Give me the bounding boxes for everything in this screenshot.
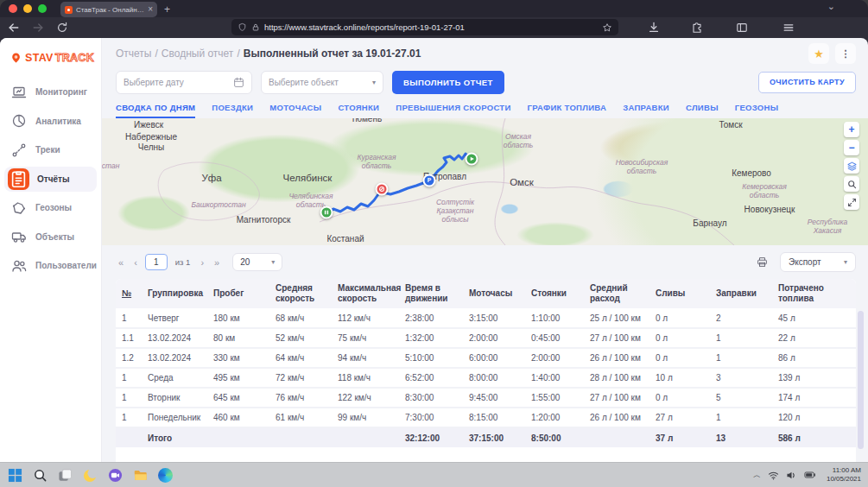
- table-cell: 8:50:00: [525, 427, 584, 447]
- column-header[interactable]: №: [116, 279, 142, 308]
- route-marker-play[interactable]: [466, 153, 478, 166]
- pagination-first-icon[interactable]: «: [116, 257, 126, 268]
- column-header[interactable]: Моточасы: [463, 279, 525, 308]
- run-report-button[interactable]: ВЫПОЛНИТЬ ОТЧЕТ: [392, 71, 504, 94]
- screen: СтавТрак - Онлайн мониторинг × + ⌄: [0, 0, 868, 487]
- table-cell: 13.02.2024: [142, 348, 207, 368]
- map[interactable]: ТюменьИжевскНабережные ЧелныстанУфаБашко…: [102, 118, 868, 245]
- column-header[interactable]: Сливы: [649, 279, 710, 308]
- close-window-button[interactable]: [9, 4, 17, 13]
- forward-button[interactable]: [31, 21, 45, 35]
- browser-tab[interactable]: СтавТрак - Онлайн мониторинг ×: [60, 2, 157, 17]
- route-marker-parking[interactable]: P: [423, 174, 436, 187]
- moon-app-button[interactable]: [82, 467, 98, 484]
- tab-сводка-по-дням[interactable]: СВОДКА ПО ДНЯМ: [116, 103, 195, 118]
- maximize-window-button[interactable]: [38, 4, 47, 13]
- volume-icon[interactable]: [786, 471, 797, 480]
- tab-геозоны[interactable]: ГЕОЗОНЫ: [735, 103, 779, 118]
- route-marker-pause[interactable]: [320, 206, 333, 219]
- bookmark-star-icon[interactable]: [602, 22, 612, 33]
- column-header[interactable]: Группировка: [142, 279, 207, 308]
- tab-превышения-скорости[interactable]: ПРЕВЫШЕНИЯ СКОРОСТИ: [396, 103, 510, 118]
- tab-график-топлива[interactable]: ГРАФИК ТОПЛИВА: [528, 103, 607, 118]
- column-header[interactable]: Стоянки: [525, 279, 584, 308]
- table-cell: Вторник: [142, 388, 207, 408]
- tray-chevron-up-icon[interactable]: ︿: [753, 470, 761, 481]
- pagination-next-icon[interactable]: ›: [198, 257, 206, 268]
- page-number-input[interactable]: 1: [145, 254, 168, 270]
- table-row[interactable]: 1Понедельник460 км61 км/ч99 км/ч7:30:008…: [116, 408, 856, 427]
- sidebar-item-users[interactable]: Пользователи: [4, 253, 97, 278]
- caret-down-icon: ▾: [271, 258, 275, 266]
- sidebar-item-reports[interactable]: Отчёты: [4, 167, 97, 192]
- map-controls: +−: [844, 122, 859, 210]
- page-size-select[interactable]: 20 ▾: [232, 253, 282, 271]
- breadcrumb-summary[interactable]: Сводный отчет: [162, 47, 234, 60]
- column-header[interactable]: Потрачено топлива: [772, 279, 856, 308]
- object-select[interactable]: Выберите объект ▾: [261, 71, 383, 94]
- minimize-window-button[interactable]: [23, 4, 32, 13]
- route-marker-drain[interactable]: [376, 183, 389, 196]
- map-zoom-out-button[interactable]: −: [844, 140, 859, 155]
- map-search-button[interactable]: [844, 176, 859, 192]
- column-header[interactable]: Пробег: [207, 279, 269, 308]
- chevron-down-icon[interactable]: ⌄: [827, 1, 835, 12]
- clear-map-button[interactable]: ОЧИСТИТЬ КАРТУ: [758, 72, 856, 93]
- pagination-last-icon[interactable]: »: [212, 257, 222, 268]
- back-button[interactable]: [7, 21, 21, 35]
- table-row[interactable]: 1Среда495 км72 км/ч118 км/ч6:52:008:00:0…: [116, 368, 856, 388]
- vertical-scrollbar[interactable]: [858, 311, 864, 449]
- table-total-row[interactable]: Итого32:12:0037:15:008:50:0037 л13586 л: [116, 427, 856, 447]
- reload-button[interactable]: [55, 21, 69, 35]
- sidebar-item-objects[interactable]: Объекты: [4, 225, 97, 250]
- sidebar-item-monitoring[interactable]: Мониторинг: [4, 79, 97, 104]
- print-button[interactable]: [752, 253, 771, 272]
- table-row[interactable]: 1Вторник645 км76 км/ч122 км/ч8:30:009:45…: [116, 388, 856, 408]
- battery-icon[interactable]: [804, 471, 816, 479]
- sidebar-item-analytics[interactable]: Аналитика: [4, 109, 97, 134]
- column-header[interactable]: Время в движении: [399, 279, 463, 308]
- search-button[interactable]: [32, 467, 48, 484]
- column-header[interactable]: Максимальная скорость: [332, 279, 399, 308]
- downloads-button[interactable]: [647, 21, 661, 35]
- system-tray: ︿ 11:00 AM 10/05/2021: [753, 466, 861, 484]
- tab-заправки[interactable]: ЗАПРАВКИ: [623, 103, 669, 118]
- tab-сливы[interactable]: СЛИВЫ: [686, 103, 719, 118]
- site-favicon-icon: [65, 6, 73, 14]
- tab-close-icon[interactable]: ×: [148, 5, 153, 14]
- map-layers-button[interactable]: [844, 158, 859, 174]
- table-cell: 13: [710, 427, 772, 447]
- table-cell: 10 л: [649, 368, 710, 388]
- tab-стоянки[interactable]: СТОЯНКИ: [338, 103, 379, 118]
- pagination-prev-icon[interactable]: ‹: [131, 257, 140, 268]
- table-row[interactable]: 1Четверг180 км68 км/ч112 км/ч2:38:003:15…: [116, 308, 856, 328]
- url-bar[interactable]: https://www.stavtrack.online/reports/rep…: [231, 19, 618, 35]
- file-explorer-button[interactable]: [132, 467, 149, 484]
- column-header[interactable]: Средний расход: [584, 279, 649, 308]
- sidebar-toggle-icon[interactable]: [735, 21, 749, 35]
- task-view-button[interactable]: [57, 467, 73, 484]
- taskbar-clock[interactable]: 11:00 AM 10/05/2021: [827, 466, 861, 484]
- wifi-icon[interactable]: [768, 471, 779, 480]
- map-fullscreen-button[interactable]: [844, 194, 859, 210]
- video-app-button[interactable]: [107, 467, 124, 484]
- map-zoom-in-button[interactable]: +: [844, 122, 859, 137]
- menu-hamburger-icon[interactable]: [782, 21, 795, 35]
- tab-моточасы[interactable]: МОТОЧАСЫ: [269, 103, 321, 118]
- date-input[interactable]: Выберите дату: [116, 71, 252, 94]
- table-row[interactable]: 1.213.02.2024330 км64 км/ч94 км/ч5:10:00…: [116, 348, 856, 368]
- column-header[interactable]: Средняя скорость: [269, 279, 332, 308]
- sidebar-item-tracks[interactable]: Треки: [4, 137, 97, 162]
- edge-button[interactable]: [157, 467, 174, 484]
- breadcrumb-reports[interactable]: Отчеты: [116, 47, 151, 60]
- extensions-puzzle-icon[interactable]: [690, 21, 704, 35]
- start-button[interactable]: [7, 467, 23, 484]
- tab-поездки[interactable]: ПОЕЗДКИ: [212, 103, 253, 118]
- export-select[interactable]: Экспорт ▾: [780, 252, 856, 272]
- browser-window: СтавТрак - Онлайн мониторинг × + ⌄: [0, 0, 868, 462]
- table-row[interactable]: 1.113.02.202480 км52 км/ч75 км/ч1:32:002…: [116, 328, 856, 348]
- new-tab-button[interactable]: +: [164, 2, 170, 17]
- sidebar-item-geozones[interactable]: Геозоны: [4, 195, 97, 220]
- report-table: №ГруппировкаПробегСредняя скоростьМаксим…: [116, 279, 856, 462]
- column-header[interactable]: Заправки: [710, 279, 772, 308]
